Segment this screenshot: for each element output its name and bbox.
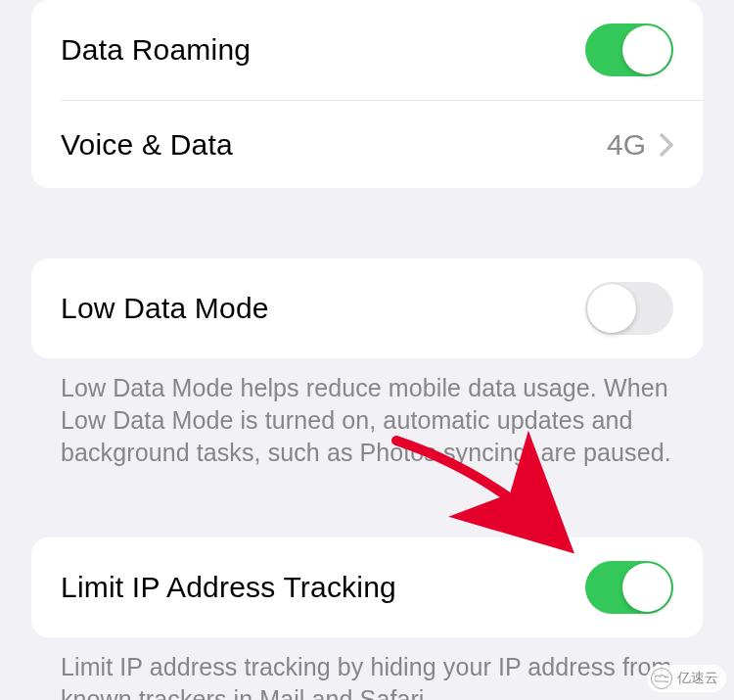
toggle-knob [622, 563, 671, 612]
watermark-icon [651, 668, 672, 689]
settings-group-low-data: Low Data Mode [31, 258, 703, 358]
footer-low-data-mode: Low Data Mode helps reduce mobile data u… [0, 358, 734, 469]
toggle-low-data-mode[interactable] [585, 282, 673, 335]
watermark: 亿速云 [647, 665, 726, 692]
row-low-data-mode[interactable]: Low Data Mode [31, 258, 703, 358]
row-data-roaming[interactable]: Data Roaming [31, 0, 703, 100]
toggle-knob [587, 284, 636, 333]
footer-limit-ip: Limit IP address tracking by hiding your… [0, 637, 734, 700]
label-limit-ip: Limit IP Address Tracking [61, 571, 396, 604]
row-voice-data[interactable]: Voice & Data 4G [61, 100, 703, 188]
toggle-data-roaming[interactable] [585, 23, 673, 76]
toggle-knob [622, 25, 671, 74]
row-right: 4G [607, 128, 673, 162]
label-data-roaming: Data Roaming [61, 33, 251, 67]
chevron-right-icon [660, 133, 673, 157]
label-voice-data: Voice & Data [61, 128, 233, 162]
label-low-data-mode: Low Data Mode [61, 292, 269, 325]
settings-group-limit-ip: Limit IP Address Tracking [31, 537, 703, 637]
value-voice-data: 4G [607, 128, 646, 162]
row-limit-ip[interactable]: Limit IP Address Tracking [31, 537, 703, 637]
watermark-text: 亿速云 [677, 670, 718, 687]
settings-group-cellular: Data Roaming Voice & Data 4G [31, 0, 703, 188]
toggle-limit-ip[interactable] [585, 561, 673, 614]
